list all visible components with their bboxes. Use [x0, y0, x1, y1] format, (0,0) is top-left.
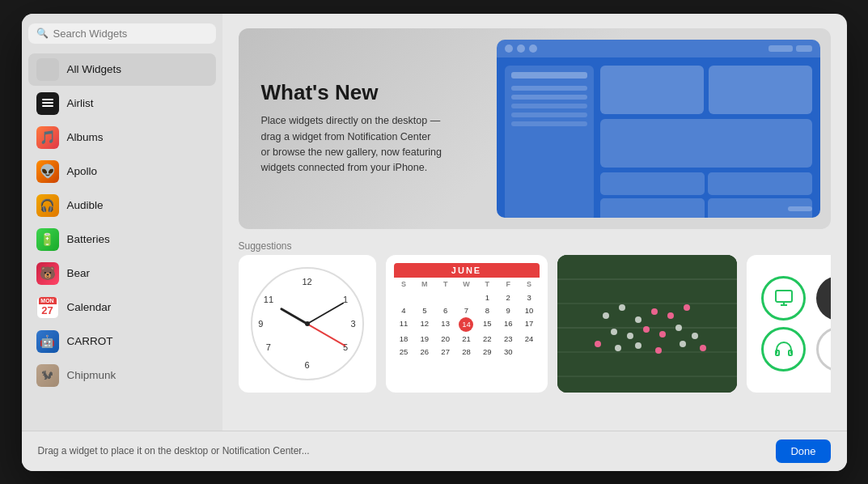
cal-cell: 8: [477, 304, 498, 316]
main-content: 🔍 All Widgets Airlist 🎵: [22, 14, 847, 431]
controls-widget[interactable]: [747, 255, 831, 393]
svg-point-13: [667, 312, 674, 319]
sports-bg: [557, 255, 737, 393]
content-area: What's New Place widgets directly on the…: [222, 14, 847, 431]
cal-cell: 7: [456, 304, 476, 316]
svg-point-24: [655, 347, 662, 354]
cal-cell: 9: [498, 304, 519, 316]
cal-day-t1: T: [435, 278, 455, 291]
sidebar-item-label: CARROT: [67, 335, 113, 347]
sidebar-item-batteries[interactable]: 🔋 Batteries: [28, 223, 216, 256]
svg-point-16: [627, 333, 633, 339]
clock-7: 7: [266, 342, 271, 352]
sidebar-item-apollo[interactable]: 👽 Apollo: [28, 155, 216, 188]
clock-widget[interactable]: 12 1 3 5 6 7 9 11: [239, 255, 376, 393]
cal-cell: 1: [477, 291, 498, 304]
audible-icon: 🎧: [36, 194, 59, 217]
cal-cell: 2: [498, 291, 519, 304]
cal-cell: 25: [394, 346, 414, 358]
cal-cell: 17: [519, 317, 540, 332]
cal-cell: 4: [394, 304, 414, 316]
cal-day-s2: S: [519, 278, 540, 291]
sidebar-item-airlist[interactable]: Airlist: [28, 87, 216, 120]
albums-icon: 🎵: [36, 126, 59, 149]
sidebar-item-all-widgets[interactable]: All Widgets: [28, 53, 216, 86]
cal-day-m: M: [414, 278, 434, 291]
svg-point-14: [684, 304, 690, 311]
cal-cell: 24: [519, 333, 540, 345]
window-body: [497, 57, 820, 218]
cal-cell: 30: [498, 346, 519, 358]
svg-point-18: [659, 331, 666, 338]
sports-widget[interactable]: [557, 255, 737, 393]
svg-point-10: [619, 304, 625, 311]
sidebar-item-label: Airlist: [67, 97, 94, 109]
sidebar-item-label: All Widgets: [67, 63, 122, 75]
cal-cell: 26: [414, 346, 434, 358]
cal-day-f: F: [498, 278, 519, 291]
cal-cell: 15: [477, 317, 498, 332]
svg-point-12: [651, 308, 658, 315]
svg-point-19: [675, 325, 682, 331]
clock-12: 12: [302, 277, 311, 287]
hero-text: What's New Place widgets directly on the…: [239, 28, 487, 229]
control-monitor-btn[interactable]: [761, 276, 806, 321]
all-widgets-icon: [36, 58, 59, 81]
control-menu-btn[interactable]: [816, 276, 831, 321]
svg-point-23: [635, 342, 641, 349]
cal-cell: 27: [435, 346, 455, 358]
cal-day-s1: S: [394, 278, 414, 291]
cal-cell: [519, 346, 540, 358]
search-input[interactable]: [53, 28, 208, 40]
hero-image: [487, 28, 831, 229]
sidebar-item-audible[interactable]: 🎧 Audible: [28, 189, 216, 222]
svg-rect-27: [776, 291, 792, 302]
svg-point-9: [603, 312, 609, 319]
headphones-icon: [774, 339, 794, 359]
suggestions-row: 12 1 3 5 6 7 9 11: [239, 255, 831, 393]
svg-point-26: [700, 345, 706, 351]
sidebar-item-bear[interactable]: 🐻 Bear: [28, 257, 216, 290]
hero-description: Place widgets directly on the desktop —d…: [261, 113, 464, 176]
sidebar-item-label: Chipmunk: [67, 369, 116, 381]
clock-11: 11: [264, 295, 273, 304]
sidebar-item-label: Apollo: [67, 165, 98, 177]
svg-rect-3: [557, 255, 737, 393]
clock-6: 6: [304, 360, 309, 370]
svg-rect-2: [42, 105, 53, 107]
cal-cell: 16: [498, 317, 519, 332]
calendar-widget[interactable]: JUNE S M T W T F S: [386, 255, 548, 393]
cal-cell: 20: [435, 333, 455, 345]
calendar-icon: MON 27: [36, 296, 59, 319]
sidebar-item-label: Audible: [67, 199, 104, 211]
svg-rect-1: [42, 102, 53, 104]
cal-cell: 12: [414, 317, 434, 332]
window-minimize-dot: [517, 45, 525, 53]
hour-hand: [280, 307, 307, 325]
window-close-dot: [505, 45, 513, 53]
sidebar-item-calendar[interactable]: MON 27 Calendar: [28, 291, 216, 324]
cal-cell: 18: [394, 333, 414, 345]
cal-cell-today: 14: [459, 317, 473, 332]
suggestions-label: Suggestions: [239, 240, 831, 252]
hero-title: What's New: [261, 80, 464, 105]
done-button[interactable]: Done: [776, 439, 830, 463]
sidebar: 🔍 All Widgets Airlist 🎵: [22, 14, 222, 431]
cal-cell: [394, 291, 414, 304]
svg-point-15: [611, 329, 617, 335]
sidebar-item-label: Albums: [67, 131, 104, 143]
cal-cell: 3: [519, 291, 540, 304]
cal-cell: 23: [498, 333, 519, 345]
sidebar-item-chipmunk[interactable]: 🐿 Chipmunk: [28, 359, 216, 392]
svg-point-22: [615, 345, 621, 351]
svg-point-21: [595, 341, 601, 347]
bottom-bar: Drag a widget to place it on the desktop…: [22, 431, 847, 471]
sidebar-item-albums[interactable]: 🎵 Albums: [28, 121, 216, 154]
suggestions-section: Suggestions 12 1 3 5 6 7 9 1: [239, 240, 831, 393]
search-bar[interactable]: 🔍: [28, 23, 216, 44]
control-headphones-btn[interactable]: [761, 327, 806, 371]
sidebar-item-carrot[interactable]: 🤖 CARROT: [28, 325, 216, 358]
svg-point-20: [692, 333, 698, 339]
control-empty-btn[interactable]: [816, 327, 831, 371]
clock-face: 12 1 3 5 6 7 9 11: [251, 267, 364, 380]
